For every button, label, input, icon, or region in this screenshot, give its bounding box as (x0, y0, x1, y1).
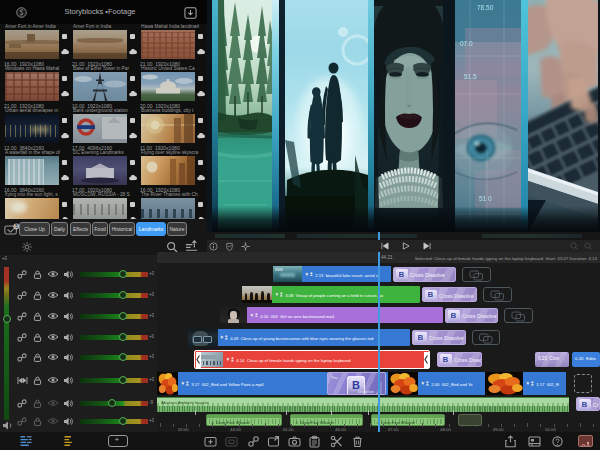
svg-text:51 0: 51 0 (479, 195, 492, 202)
svg-text:78.50: 78.50 (477, 4, 494, 11)
svg-text:51.5: 51.5 (464, 73, 477, 80)
svg-text:07.0: 07.0 (460, 40, 473, 47)
